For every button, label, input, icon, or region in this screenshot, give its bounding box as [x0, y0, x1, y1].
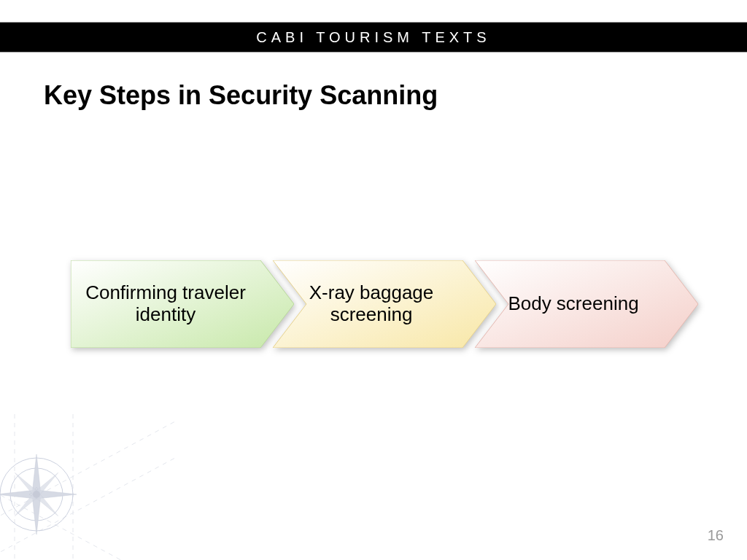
- slide-title: Key Steps in Security Scanning: [44, 80, 438, 111]
- svg-marker-11: [31, 470, 61, 499]
- svg-marker-8: [32, 487, 41, 534]
- header-brand: CABI TOURISM TEXTS: [256, 29, 490, 46]
- svg-marker-13: [12, 489, 42, 518]
- step-label: Confirming traveler identity: [78, 260, 253, 348]
- header-band: CABI TOURISM TEXTS: [0, 22, 747, 52]
- step-3: Body screening: [475, 260, 698, 348]
- step-1: Confirming traveler identity: [71, 260, 294, 348]
- svg-line-2: [0, 487, 175, 560]
- page-number: 16: [708, 527, 724, 544]
- svg-point-5: [0, 458, 73, 531]
- svg-marker-7: [32, 454, 41, 502]
- svg-point-6: [10, 468, 63, 521]
- compass-decoration: [0, 414, 175, 560]
- svg-point-15: [33, 491, 40, 498]
- svg-line-0: [0, 458, 175, 560]
- step-label: X-ray baggage screening: [287, 260, 455, 348]
- svg-marker-9: [0, 490, 44, 499]
- step-label: Body screening: [489, 260, 657, 348]
- step-2: X-ray baggage screening: [273, 260, 496, 348]
- svg-marker-14: [12, 470, 42, 499]
- svg-marker-12: [31, 489, 61, 518]
- process-chevrons: Body screening X-ray baggage screening: [71, 260, 698, 348]
- svg-marker-10: [29, 490, 77, 499]
- svg-line-1: [0, 421, 175, 524]
